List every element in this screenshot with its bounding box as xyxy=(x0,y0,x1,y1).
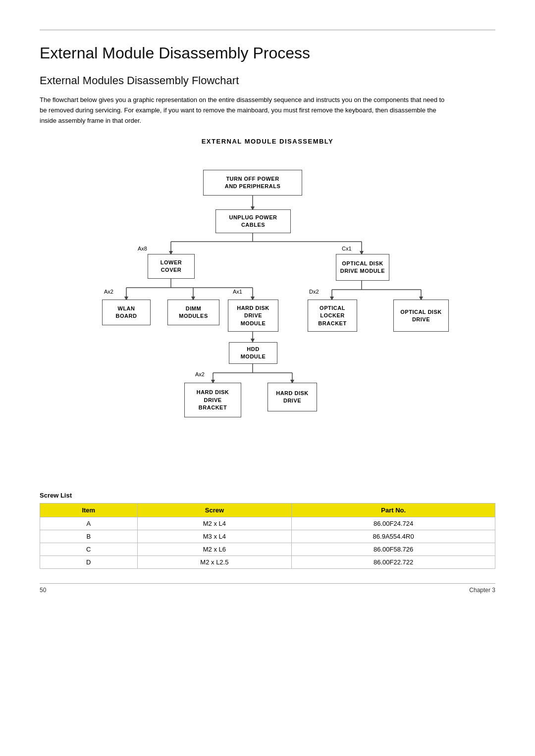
table-row: BM3 x L486.9A554.4R0 xyxy=(40,530,495,543)
flowchart: TURN OFF POWER AND PERIPHERALS UNPLUG PO… xyxy=(40,155,495,472)
table-cell: M3 x L4 xyxy=(137,530,292,543)
table-row: DM2 x L2.586.00F22.722 xyxy=(40,556,495,569)
flowchart-title: EXTERNAL MODULE DISASSEMBLY xyxy=(40,138,495,145)
col-screw: Screw xyxy=(137,504,292,517)
box-turn-off-power: TURN OFF POWER AND PERIPHERALS xyxy=(203,170,302,196)
col-item: Item xyxy=(40,504,138,517)
screw-table: Item Screw Part No. AM2 x L486.00F24.724… xyxy=(40,503,495,569)
col-partno: Part No. xyxy=(292,504,495,517)
box-hdd-module: HARD DISK DRIVE MODULE xyxy=(228,300,278,332)
table-cell: 86.00F24.724 xyxy=(292,517,495,530)
box-wlan: WLAN BOARD xyxy=(102,300,151,325)
box-optical-disk-drive-module: OPTICAL DISK DRIVE MODULE xyxy=(336,254,389,281)
table-cell: M2 x L4 xyxy=(137,517,292,530)
intro-text: The flowchart below gives you a graphic … xyxy=(40,95,446,126)
footer: 50 Chapter 3 xyxy=(40,583,495,594)
section-title: External Modules Disassembly Flowchart xyxy=(40,74,495,87)
box-unplug-power: UNPLUG POWER CABLES xyxy=(215,209,291,233)
table-cell: M2 x L2.5 xyxy=(137,556,292,569)
box-dimm: DIMM MODULES xyxy=(167,300,219,325)
table-cell: A xyxy=(40,517,138,530)
label-cx1: Cx1 xyxy=(342,246,352,252)
label-ax2-bottom: Ax2 xyxy=(195,371,205,377)
label-ax2-left: Ax2 xyxy=(104,289,113,295)
box-hdd-module-2: HDD MODULE xyxy=(229,342,277,364)
footer-chapter: Chapter 3 xyxy=(469,587,495,594)
table-cell: C xyxy=(40,543,138,556)
box-optical-disk-drive: OPTICAL DISK DRIVE xyxy=(393,300,449,332)
box-hard-disk-bracket: HARD DISK DRIVE BRACKET xyxy=(184,383,241,417)
label-ax8: Ax8 xyxy=(138,246,147,252)
label-ax1: Ax1 xyxy=(233,289,242,295)
box-hard-disk-drive: HARD DISK DRIVE xyxy=(268,383,317,411)
table-cell: M2 x L6 xyxy=(137,543,292,556)
box-lower-cover: LOWER COVER xyxy=(148,254,195,279)
table-cell: 86.9A554.4R0 xyxy=(292,530,495,543)
table-cell: 86.00F22.722 xyxy=(292,556,495,569)
footer-page: 50 xyxy=(40,587,46,594)
table-cell: 86.00F58.726 xyxy=(292,543,495,556)
screw-list-title: Screw List xyxy=(40,492,495,499)
label-dx2: Dx2 xyxy=(309,289,319,295)
page-title: External Module Disassembly Process xyxy=(40,44,495,62)
table-cell: B xyxy=(40,530,138,543)
box-optical-locker-bracket: OPTICAL LOCKER BRACKET xyxy=(308,300,357,332)
table-row: CM2 x L686.00F58.726 xyxy=(40,543,495,556)
table-row: AM2 x L486.00F24.724 xyxy=(40,517,495,530)
table-cell: D xyxy=(40,556,138,569)
